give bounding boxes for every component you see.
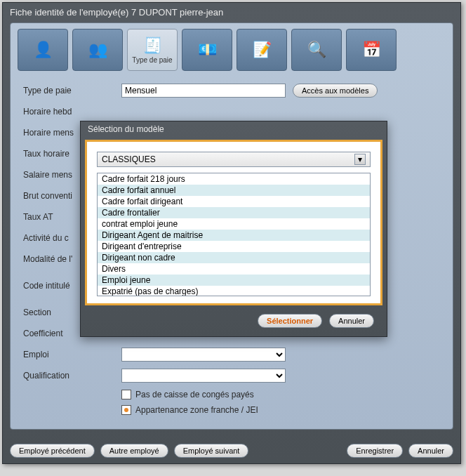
tab-search[interactable]: 🔍 <box>291 29 342 71</box>
checkbox-zone-franche[interactable] <box>121 405 131 415</box>
model-list-item[interactable]: Cadre forfait annuel <box>98 185 370 196</box>
acces-modeles-button[interactable]: Accès aux modèles <box>293 84 378 98</box>
checkbox-caisse[interactable] <box>121 390 131 399</box>
model-list-item[interactable]: Cadre frontalier <box>98 207 370 218</box>
cancel-button[interactable]: Annuler <box>408 444 453 458</box>
next-employee-button[interactable]: Employé suivant <box>174 444 249 458</box>
model-list-item[interactable]: Dirigeant d'entreprise <box>98 241 370 252</box>
category-select[interactable]: CLASSIQUES ▾ <box>97 152 371 167</box>
modal-cancel-button[interactable]: Annuler <box>329 314 374 328</box>
model-list-item[interactable]: Cadre forfait 218 jours <box>98 173 370 185</box>
search-icon: 🔍 <box>307 41 326 59</box>
calendar-icon: 📅 <box>362 41 381 59</box>
model-list-item[interactable]: Expatrié (pas de charges) <box>98 286 370 296</box>
checkbox-caisse-label: Pas de caisse de congés payés <box>135 390 254 399</box>
tab-people[interactable]: 👥 <box>72 29 123 71</box>
tab-money[interactable]: 💶 <box>182 29 232 71</box>
save-button[interactable]: Enregistrer <box>347 444 403 458</box>
notepad-icon: 📝 <box>253 41 272 59</box>
type-paie-label: Type de paie <box>23 86 121 95</box>
model-list-item[interactable]: Dirigeant non cadre <box>98 252 370 263</box>
footer-bar: Employé précédent Autre employé Employé … <box>10 444 453 458</box>
modal-title: Sélection du modèle <box>81 121 387 137</box>
tab-bar: 👤 👥 🧾 Type de paie 💶 📝 🔍 📅 <box>11 23 453 71</box>
tab-calendar[interactable]: 📅 <box>346 29 397 71</box>
checkbox-zone-franche-label: Appartenance zone franche / JEI <box>135 405 258 415</box>
qualification-label: Qualification <box>23 371 121 381</box>
tab-type-paie-label: Type de paie <box>132 56 172 64</box>
tab-notes[interactable]: 📝 <box>237 29 287 71</box>
people-icon: 👥 <box>88 41 107 59</box>
other-employee-button[interactable]: Autre employé <box>100 444 168 458</box>
prev-employee-button[interactable]: Employé précédent <box>10 444 95 458</box>
model-list-item[interactable]: Divers <box>98 263 370 275</box>
money-icon: 💶 <box>198 41 217 59</box>
model-list[interactable]: Cadre forfait 218 joursCadre forfait ann… <box>97 173 371 296</box>
type-paie-input[interactable] <box>121 84 286 98</box>
model-list-item[interactable]: contrat emploi jeune <box>98 218 370 230</box>
model-list-item[interactable]: Dirigeant Agent de maitrise <box>98 230 370 241</box>
modal-body: CLASSIQUES ▾ Cadre forfait 218 joursCadr… <box>85 140 382 305</box>
chevron-down-icon: ▾ <box>354 154 366 165</box>
modal-footer: Sélectionner Annuler <box>81 308 387 336</box>
document-icon: 🧾 <box>143 37 162 55</box>
window-title: Fiche identité de l'employé(e) 7 DUPONT … <box>3 3 460 22</box>
select-button[interactable]: Sélectionner <box>258 314 322 328</box>
horaire-hebdo-label: Horaire hebd <box>23 107 121 117</box>
person-icon: 👤 <box>34 41 53 59</box>
emploi-select[interactable] <box>121 348 286 362</box>
model-list-item[interactable]: Cadre forfait dirigeant <box>98 196 370 207</box>
tab-person[interactable]: 👤 <box>18 29 68 71</box>
category-select-value: CLASSIQUES <box>102 154 156 164</box>
model-list-item[interactable]: Emploi jeune <box>98 275 370 286</box>
model-selection-dialog: Sélection du modèle CLASSIQUES ▾ Cadre f… <box>80 121 387 337</box>
qualification-select[interactable] <box>121 369 286 383</box>
tab-type-paie[interactable]: 🧾 Type de paie <box>127 29 178 71</box>
emploi-label: Emploi <box>23 350 121 359</box>
